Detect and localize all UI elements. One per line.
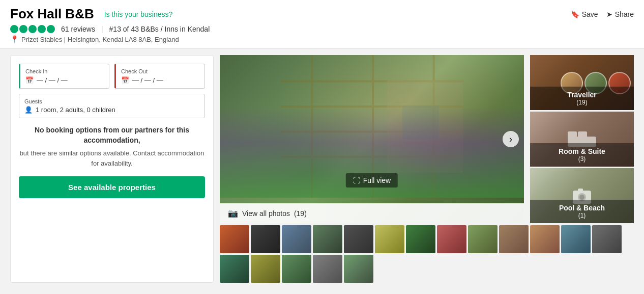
thumb-15[interactable] (251, 255, 280, 283)
full-view-label[interactable]: ⛶ Full view (346, 173, 398, 188)
hotel-name: Fox Hall B&B (10, 6, 94, 22)
thumb-4[interactable] (313, 225, 342, 253)
thumb-2[interactable] (251, 225, 280, 253)
pool-title: Pool & Beach (532, 204, 632, 212)
arrow-right-icon: › (509, 134, 512, 145)
share-button[interactable]: ➤ Share (606, 10, 634, 18)
thumb-9[interactable] (468, 225, 497, 253)
guests-label: Guests (24, 98, 199, 104)
room-title: Room & Suite (532, 147, 632, 155)
header-actions: 🔖 Save ➤ Share (571, 10, 634, 18)
thumb-16[interactable] (282, 255, 311, 283)
see-available-button[interactable]: See available properties (19, 176, 205, 198)
calendar-icon-in: 📅 (25, 76, 34, 84)
right-panels: Traveller (19) Room & Suite (527, 55, 634, 223)
checkout-box[interactable]: Check Out 📅 — / — / — (114, 64, 205, 89)
room-suite-panel[interactable]: Room & Suite (3) (530, 112, 634, 167)
thumb-10[interactable] (499, 225, 529, 253)
review-count: 61 reviews (61, 25, 95, 33)
rating-row: 61 reviews | #13 of 43 B&Bs / Inns in Ke… (10, 25, 634, 33)
main-content: Check In 📅 — / — / — Check Out 📅 — / — /… (0, 49, 644, 289)
traveller-count: (19) (532, 99, 632, 106)
bubble-5 (47, 25, 55, 33)
bubble-1 (10, 25, 18, 33)
address: Prizet Stables | Helsington, Kendal LA8 … (21, 36, 179, 43)
ranking: #13 of 43 B&Bs / Inns in Kendal (109, 25, 210, 33)
thumb-11[interactable] (530, 225, 560, 253)
checkout-label: Check Out (121, 68, 199, 74)
bubble-2 (19, 25, 27, 33)
no-booking-bold: No booking options from our partners for… (19, 125, 205, 145)
person-icon: 👤 (24, 106, 33, 114)
svg-point-14 (579, 195, 584, 200)
address-row: 📍 Prizet Stables | Helsington, Kendal LA… (10, 35, 634, 43)
photo-main-row: ⛶ Full view › 📷 View all photos (19) (220, 55, 634, 223)
checkout-value: 📅 — / — / — (121, 76, 199, 84)
view-all-bar[interactable]: 📷 View all photos (19) (220, 203, 524, 223)
checkin-row: Check In 📅 — / — / — Check Out 📅 — / — /… (19, 64, 205, 89)
room-count: (3) (532, 155, 632, 163)
thumb-1[interactable] (220, 225, 249, 253)
checkin-label: Check In (25, 68, 104, 74)
fullview-icon: ⛶ (353, 176, 360, 184)
bubble-3 (28, 25, 37, 33)
location-icon: 📍 (10, 35, 19, 43)
thumb-5[interactable] (344, 225, 373, 253)
checkin-value: 📅 — / — / — (25, 76, 104, 84)
svg-rect-11 (578, 131, 587, 138)
svg-rect-10 (568, 131, 577, 138)
business-link[interactable]: Is this your business? (104, 10, 173, 18)
guests-value: 👤 1 room, 2 adults, 0 children (24, 106, 199, 114)
thumb-14[interactable] (220, 255, 249, 283)
pool-count: (1) (532, 212, 632, 219)
title-row: Fox Hall B&B Is this your business? (10, 6, 172, 22)
traveller-title: Traveller (532, 91, 632, 99)
room-overlay: Room & Suite (3) (530, 143, 634, 167)
share-icon: ➤ (606, 10, 612, 18)
rating-bubbles (10, 25, 55, 33)
pool-overlay: Pool & Beach (1) (530, 200, 634, 223)
thumb-6[interactable] (375, 225, 404, 253)
calendar-icon-out: 📅 (121, 76, 129, 84)
page-header: Fox Hall B&B Is this your business? 🔖 Sa… (0, 0, 644, 49)
main-photo[interactable]: ⛶ Full view › 📷 View all photos (19) (220, 55, 524, 223)
save-button[interactable]: 🔖 Save (571, 10, 598, 18)
booking-panel: Check In 📅 — / — / — Check Out 📅 — / — /… (10, 55, 214, 283)
traveller-overlay: Traveller (19) (530, 87, 634, 110)
thumb-18[interactable] (344, 255, 373, 283)
thumb-3[interactable] (282, 225, 311, 253)
thumbnail-strip (220, 225, 634, 283)
thumb-12[interactable] (561, 225, 591, 253)
camera-icon: 📷 (228, 208, 238, 218)
pool-beach-panel[interactable]: Pool & Beach (1) (530, 168, 634, 223)
traveller-panel[interactable]: Traveller (19) (530, 55, 634, 110)
thumb-7[interactable] (406, 225, 435, 253)
photo-area: ⛶ Full view › 📷 View all photos (19) (220, 55, 634, 283)
guests-box[interactable]: Guests 👤 1 room, 2 adults, 0 children (19, 94, 205, 118)
thumb-13[interactable] (592, 225, 622, 253)
no-booking-sub: but there are similar options available.… (19, 148, 205, 168)
next-photo-button[interactable]: › (503, 131, 519, 147)
checkin-box[interactable]: Check In 📅 — / — / — (19, 64, 109, 89)
thumb-8[interactable] (437, 225, 466, 253)
thumb-17[interactable] (313, 255, 342, 283)
bookmark-icon: 🔖 (571, 10, 579, 18)
bubble-4 (38, 25, 46, 33)
svg-rect-15 (578, 189, 583, 192)
main-photo-bg (220, 55, 524, 223)
